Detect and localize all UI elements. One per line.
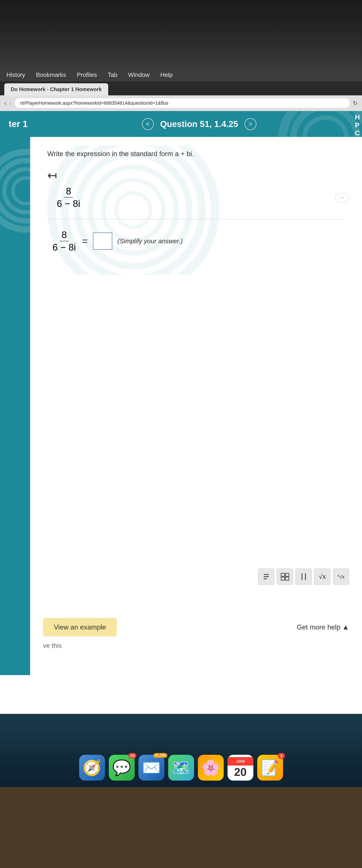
- next-question-btn[interactable]: >: [244, 118, 256, 130]
- refresh-btn[interactable]: ↻: [353, 100, 358, 106]
- dock-notes[interactable]: 📝 3: [257, 755, 283, 781]
- svg-point-8: [65, 146, 202, 275]
- menu-history[interactable]: History: [6, 71, 25, 79]
- menu-profiles[interactable]: Profiles: [77, 71, 97, 79]
- right-panel: Write the expression in the standard for…: [30, 137, 362, 675]
- back-browser-btn[interactable]: ‹: [4, 99, 6, 107]
- save-this-label: ve this: [30, 642, 75, 649]
- more-options-btn[interactable]: ···: [335, 193, 349, 203]
- fraction-2: 8 6 − 8i: [53, 230, 76, 252]
- menu-bookmarks[interactable]: Bookmarks: [36, 71, 66, 79]
- messages-badge: 29: [128, 753, 136, 758]
- answer-area: 8 6 − 8i = (Simplify your answer.): [52, 230, 345, 252]
- svg-rect-18: [281, 577, 285, 580]
- calendar-date: 20: [234, 766, 247, 778]
- equals-sign: =: [82, 235, 88, 247]
- answer-input[interactable]: [93, 232, 112, 250]
- svg-rect-19: [286, 577, 289, 580]
- fraction-display: 8 6 − 8i: [56, 186, 345, 208]
- calendar-month: JAN: [228, 757, 253, 766]
- menu-help[interactable]: Help: [160, 71, 173, 79]
- address-bar[interactable]: nt/PlayerHomework.aspx?homeworkId=668354…: [14, 98, 350, 108]
- menu-tab[interactable]: Tab: [108, 71, 118, 79]
- active-tab[interactable]: Do Homework - Chapter 1 Homework: [4, 83, 108, 95]
- instruction-text: Write the expression in the standard for…: [47, 150, 345, 158]
- hw-header: ter 1 < Question 51, 1.4.25 > H P C: [0, 111, 362, 137]
- math-btn-3[interactable]: [296, 568, 312, 585]
- svg-rect-15: [264, 579, 267, 579]
- view-example-container: View an example: [43, 618, 117, 637]
- dock-messages[interactable]: 💬 29: [109, 755, 135, 781]
- browser-content: ter 1 < Question 51, 1.4.25 > H P C: [0, 111, 362, 714]
- content-divider: [47, 219, 345, 219]
- math-btn-1[interactable]: [258, 568, 274, 585]
- svg-rect-16: [281, 573, 285, 576]
- content-watermark: [47, 146, 220, 275]
- chapter-label: ter 1: [0, 111, 36, 137]
- dock-safari[interactable]: 🧭: [79, 755, 105, 781]
- svg-rect-13: [264, 574, 269, 575]
- header-right-labels: H P C: [355, 111, 360, 137]
- dock-mail[interactable]: ✉️ 41,186: [138, 755, 164, 781]
- bottom-controls: View an example Get more help ▲: [30, 618, 362, 637]
- dock-photos[interactable]: 🌸: [198, 755, 224, 781]
- mail-badge: 41,186: [153, 753, 167, 758]
- simplify-hint: (Simplify your answer.): [118, 238, 183, 245]
- dock-maps[interactable]: 🗺️: [168, 755, 194, 781]
- back-btn[interactable]: ↤: [47, 168, 345, 182]
- forward-browser-btn[interactable]: ›: [9, 99, 11, 107]
- svg-point-7: [52, 146, 215, 275]
- get-more-help-btn[interactable]: Get more help ▲: [297, 623, 349, 631]
- menu-bar: History Bookmarks Profiles Tab Window He…: [0, 69, 362, 81]
- svg-rect-14: [264, 576, 269, 577]
- tab-bar: Do Homework - Chapter 1 Homework: [0, 81, 362, 95]
- browser-chrome: History Bookmarks Profiles Tab Window He…: [0, 69, 362, 111]
- prev-question-btn[interactable]: <: [142, 118, 154, 130]
- dock-calendar[interactable]: JAN 20: [228, 755, 253, 781]
- dock-area: 🧭 💬 29 ✉️ 41,186 🗺️ 🌸 JAN 20 📝 3: [0, 714, 362, 787]
- top-bezel: [0, 0, 362, 69]
- menu-window[interactable]: Window: [128, 71, 150, 79]
- content-wrapper: Write the expression in the standard for…: [0, 137, 362, 675]
- math-btn-2[interactable]: [277, 568, 293, 585]
- address-bar-row: ‹ › nt/PlayerHomework.aspx?homeworkId=66…: [0, 95, 362, 111]
- math-toolbar: √x x√x: [258, 568, 349, 585]
- notes-badge: 3: [278, 753, 285, 759]
- question-label: Question 51, 1.4.25: [160, 119, 238, 129]
- fraction-1: 8 6 − 8i: [57, 186, 80, 208]
- svg-point-2: [304, 118, 347, 137]
- left-panel: [0, 137, 30, 675]
- view-example-btn[interactable]: View an example: [54, 623, 106, 631]
- math-btn-nroot[interactable]: x√x: [333, 568, 349, 585]
- svg-rect-17: [286, 573, 289, 576]
- header-watermark: [272, 111, 362, 137]
- math-btn-sqrt[interactable]: √x: [314, 568, 330, 585]
